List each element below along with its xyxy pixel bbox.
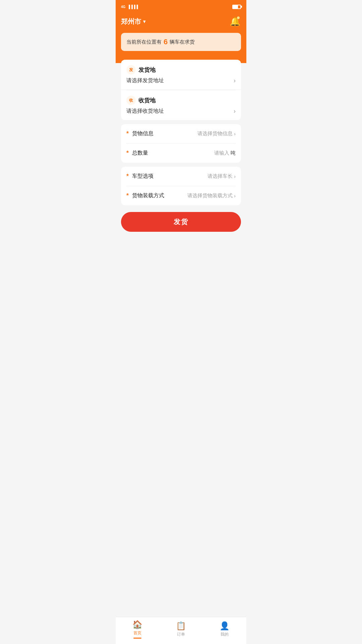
vehicle-type-row[interactable]: * 车型选项 请选择车长 › [121, 167, 241, 186]
ship-from-chevron-icon: › [234, 77, 236, 84]
loading-method-placeholder: 请选择货物装载方式 [187, 193, 233, 199]
location-selector[interactable]: 郑州市 ▾ [121, 17, 145, 26]
ship-from-icon: 发 [126, 65, 136, 74]
total-qty-required-mark: * [126, 150, 129, 157]
header: 郑州市 ▾ 🔔 [116, 12, 246, 33]
ship-to-section: 收 收货地 [121, 90, 241, 110]
banner-prefix: 当前所在位置有 [126, 39, 162, 45]
vehicle-options-card: * 车型选项 请选择车长 › * 货物装载方式 请选择货物装载方式 › [121, 167, 241, 205]
ship-to-placeholder: 请选择收货地址 [126, 108, 164, 115]
address-card: 发 发货地 请选择发货地址 › 收 收货地 请选择收货地址 › [121, 60, 241, 120]
ship-to-icon: 收 [126, 96, 136, 105]
ship-from-section: 发 发货地 [121, 60, 241, 80]
notification-badge [237, 16, 240, 19]
banner-count: 6 [164, 38, 168, 46]
ship-to-chevron-icon: › [234, 108, 236, 115]
loading-method-label: 货物装载方式 [132, 192, 164, 199]
cargo-info-label: 货物信息 [132, 130, 154, 137]
loading-method-row[interactable]: * 货物装载方式 请选择货物装载方式 › [121, 186, 241, 205]
cargo-info-required-mark: * [126, 130, 129, 137]
ship-from-title: 发货地 [138, 66, 156, 74]
total-qty-unit: 吨 [231, 150, 236, 156]
loading-method-required-mark: * [126, 192, 129, 199]
ship-from-placeholder: 请选择发货地址 [126, 77, 164, 84]
cargo-info-placeholder: 请选择货物信息 [197, 130, 233, 137]
battery-icon [232, 5, 241, 9]
ship-to-row[interactable]: 请选择收货地址 › [121, 108, 241, 120]
vehicle-type-chevron-icon: › [234, 173, 236, 179]
chevron-down-icon: ▾ [143, 19, 145, 24]
submit-ship-button[interactable]: 发货 [121, 212, 241, 232]
total-qty-placeholder: 请输入 [214, 150, 229, 156]
vehicle-type-placeholder: 请选择车长 [207, 173, 233, 179]
notification-bell-button[interactable]: 🔔 [229, 15, 241, 28]
cargo-info-chevron-icon: › [234, 131, 236, 137]
banner-suffix: 辆车在求货 [170, 39, 195, 45]
loading-method-chevron-icon: › [234, 193, 236, 199]
ship-to-title: 收货地 [138, 97, 156, 104]
ship-from-row[interactable]: 请选择发货地址 › [121, 77, 241, 90]
total-qty-label: 总数量 [132, 150, 148, 157]
cargo-info-card: * 货物信息 请选择货物信息 › * 总数量 请输入 吨 [121, 124, 241, 163]
vehicle-type-label: 车型选项 [132, 173, 154, 180]
signal-bars: ▐▐▐▐ [127, 5, 138, 9]
city-name: 郑州市 [121, 17, 141, 26]
status-bar: 4G ▐▐▐▐ [116, 0, 246, 12]
vehicle-type-required-mark: * [126, 173, 129, 180]
signal-label: 4G [121, 5, 125, 9]
total-quantity-row[interactable]: * 总数量 请输入 吨 [121, 144, 241, 163]
cargo-info-row[interactable]: * 货物信息 请选择货物信息 › [121, 124, 241, 143]
nearby-vehicles-banner: 当前所在位置有 6 辆车在求货 [121, 33, 241, 51]
